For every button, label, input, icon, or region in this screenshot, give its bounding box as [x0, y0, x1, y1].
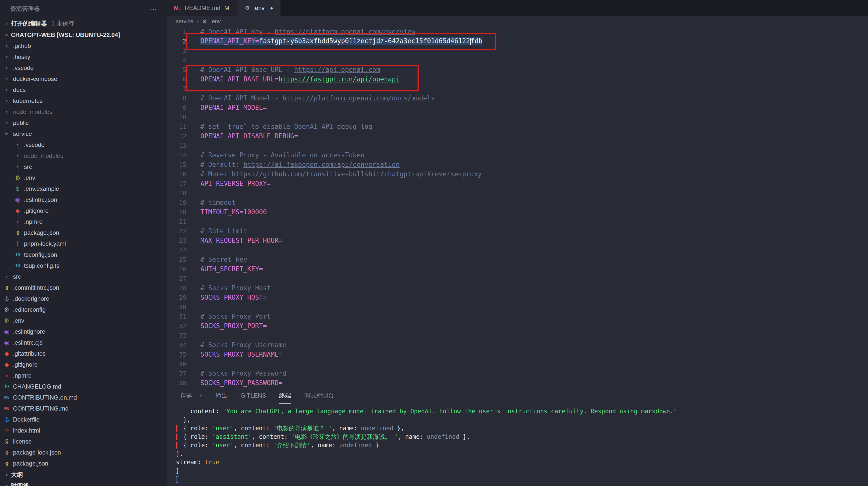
tree-file-.eslintrc.cjs[interactable]: ◉.eslintrc.cjs — [0, 337, 166, 348]
tree-file-package.json[interactable]: {}package.json — [0, 458, 166, 469]
line-number: 28 — [166, 284, 200, 292]
code-line[interactable]: 31# Socks Proxy Port — [166, 312, 868, 321]
panel-tab-debug-console[interactable]: 调试控制台 — [304, 388, 334, 404]
project-root-section[interactable]: › CHATGPT-WEB [WSL: UBUNTU-22.04] — [0, 29, 166, 40]
tree-file-index.html[interactable]: <>index.html — [0, 425, 166, 436]
tree-file-Dockerfile[interactable]: ⚓Dockerfile — [0, 414, 166, 425]
tree-file-.npmrc[interactable]: ▪.npmrc — [0, 216, 166, 227]
code-line[interactable]: 14# Reverse Proxy - Available on accessT… — [166, 150, 868, 160]
tree-file-.npmrc[interactable]: ▪.npmrc — [0, 370, 166, 381]
code-line[interactable]: 4 — [166, 55, 868, 65]
open-editors-section[interactable]: › 打开的编辑器 1 未保存 — [0, 18, 166, 29]
code-line[interactable]: 33 — [166, 331, 868, 340]
code-line[interactable]: 23MAX_REQUEST_PER_HOUR= — [166, 236, 868, 245]
tree-file-tsconfig.json[interactable]: TStsconfig.json — [0, 249, 166, 260]
breadcrumb-file[interactable]: .env — [210, 18, 221, 25]
code-line[interactable]: 3 — [166, 46, 868, 55]
code-line-text: # Rate Limit — [200, 227, 247, 235]
tree-file-CONTRIBUTING.md[interactable]: M↓CONTRIBUTING.md — [0, 403, 166, 414]
tree-file-package.json[interactable]: {}package.json — [0, 227, 166, 238]
tree-file-.gitignore[interactable]: ◆.gitignore — [0, 359, 166, 370]
code-line[interactable]: 9OPENAI_API_MODEL= — [166, 103, 868, 112]
code-line[interactable]: 8# OpenAI API Model - https://platform.o… — [166, 93, 868, 103]
tree-folder-src[interactable]: ›src — [0, 161, 166, 172]
tree-folder-docs[interactable]: ›docs — [0, 84, 166, 95]
tree-file-.env.example[interactable]: $.env.example — [0, 183, 166, 194]
code-line[interactable]: 21 — [166, 217, 868, 226]
tree-folder-.vscode[interactable]: ›.vscode — [0, 62, 166, 74]
code-line[interactable]: 22# Rate Limit — [166, 226, 868, 236]
terminal[interactable]: content: "You are ChatGPT, a large langu… — [166, 404, 868, 486]
code-line[interactable]: 28# Socks Proxy Host — [166, 283, 868, 293]
code-line[interactable]: 36 — [166, 359, 868, 369]
tree-file-CHANGELOG.md[interactable]: ↻CHANGELOG.md — [0, 381, 166, 392]
code-line[interactable]: 20TIMEOUT_MS=100000 — [166, 207, 868, 217]
tree-file-.dockerignore[interactable]: ⚓.dockerignore — [0, 293, 166, 304]
tree-folder-node_modules[interactable]: ›node_modules — [0, 150, 166, 161]
code-line[interactable]: 12OPENAI_API_DISABLE_DEBUG= — [166, 131, 868, 141]
more-actions-icon[interactable]: ⋯ — [150, 4, 158, 13]
tree-folder-.github[interactable]: ›.github — [0, 40, 166, 52]
tree-folder-.vscode[interactable]: ›.vscode — [0, 139, 166, 150]
code-line[interactable]: 30 — [166, 302, 868, 312]
panel-tab-gitlens[interactable]: GITLENS — [240, 388, 266, 404]
code-line[interactable]: 2OPENAI_API_KEY=fastgpt-y6b3axfbdd5wyp01… — [166, 36, 868, 46]
terminal-line: }, — [176, 416, 868, 424]
tree-file-package-lock.json[interactable]: {}package-lock.json — [0, 447, 166, 458]
code-line[interactable]: 24 — [166, 245, 868, 255]
code-line[interactable]: 5# OpenAI API Base URL - https://api.ope… — [166, 65, 868, 75]
code-line[interactable]: 27 — [166, 274, 868, 283]
tree-folder-docker-compose[interactable]: ›docker-compose — [0, 74, 166, 84]
tree-folder-kubernetes[interactable]: ›kubernetes — [0, 95, 166, 106]
tree-file-.gitignore[interactable]: ◆.gitignore — [0, 205, 166, 216]
timeline-section[interactable]: › 时间线 — [0, 480, 166, 486]
tree-file-.editorconfig[interactable]: ⚙.editorconfig — [0, 304, 166, 315]
tree-file-pnpm-lock.yaml[interactable]: !pnpm-lock.yaml — [0, 238, 166, 249]
tab-readme-md[interactable]: M↓README.mdM — [166, 0, 237, 16]
line-number: 26 — [166, 265, 200, 273]
panel-tab-problems[interactable]: 问题16 — [181, 388, 203, 404]
tree-file-.eslintrc.json[interactable]: ◉.eslintrc.json — [0, 194, 166, 205]
code-line[interactable]: 17API_REVERSE_PROXY= — [166, 179, 868, 188]
code-line[interactable]: 1# OpenAI API Key - https://platform.ope… — [166, 27, 868, 36]
breadcrumb-folder[interactable]: service — [176, 18, 193, 25]
code-line[interactable]: 11# set `true` to disable OpenAI API deb… — [166, 122, 868, 131]
tree-folder-src[interactable]: ›src — [0, 271, 166, 282]
tree-folder-.husky[interactable]: ›.husky — [0, 52, 166, 62]
code-line[interactable]: 13 — [166, 141, 868, 150]
tree-file-.eslintignore[interactable]: ◉.eslintignore — [0, 326, 166, 337]
code-line[interactable]: 37# Socks Proxy Password — [166, 369, 868, 378]
code-line-text: # set `true` to disable OpenAI API debug… — [200, 123, 372, 131]
code-line[interactable]: 35SOCKS_PROXY_USERNAME= — [166, 350, 868, 359]
tree-file-.commitlintrc.json[interactable]: {}.commitlintrc.json — [0, 282, 166, 293]
code-line[interactable]: 16# More: https://github.com/transitive-… — [166, 169, 868, 179]
code-line[interactable]: 34# Socks Proxy Username — [166, 340, 868, 350]
code-line[interactable]: 25# Secret key — [166, 255, 868, 264]
tree-file-tsup.config.ts[interactable]: TStsup.config.ts — [0, 260, 166, 271]
tab-env[interactable]: ⚙.env● — [237, 0, 281, 16]
code-line[interactable]: 18 — [166, 188, 868, 198]
code-line[interactable]: 26AUTH_SECRET_KEY= — [166, 264, 868, 274]
tree-folder-service[interactable]: ›service — [0, 128, 166, 139]
code-line[interactable]: 6OPENAI_API_BASE_URL=https://fastgpt.run… — [166, 75, 868, 84]
code-line[interactable]: 7 — [166, 84, 868, 93]
tree-file-license[interactable]: §license — [0, 436, 166, 447]
panel-tab-terminal[interactable]: 终端 — [279, 388, 291, 404]
tree-item-label: .eslintrc.json — [24, 196, 57, 203]
code-line[interactable]: 15# Default: https://ai.fakeopen.com/api… — [166, 160, 868, 169]
tree-folder-node_modules[interactable]: ›node_modules — [0, 106, 166, 117]
tree-folder-public[interactable]: ›public — [0, 117, 166, 128]
code-line[interactable]: 29SOCKS_PROXY_HOST= — [166, 293, 868, 302]
line-number: 29 — [166, 294, 200, 301]
code-editor[interactable]: 1# OpenAI API Key - https://platform.ope… — [166, 27, 868, 388]
tree-file-CONTRIBUTING.en.md[interactable]: M↓CONTRIBUTING.en.md — [0, 392, 166, 403]
code-line[interactable]: 38SOCKS_PROXY_PASSWORD= — [166, 378, 868, 388]
tree-file-.env[interactable]: ⚙.env — [0, 315, 166, 326]
code-line[interactable]: 10 — [166, 112, 868, 122]
outline-section[interactable]: › 大纲 — [0, 469, 166, 480]
tree-file-.gitattributes[interactable]: ◆.gitattributes — [0, 348, 166, 359]
code-line[interactable]: 32SOCKS_PROXY_PORT= — [166, 321, 868, 331]
panel-tab-output[interactable]: 输出 — [215, 388, 227, 404]
code-line[interactable]: 19# timeout — [166, 198, 868, 207]
tree-file-.env[interactable]: ⚙.env — [0, 172, 166, 183]
